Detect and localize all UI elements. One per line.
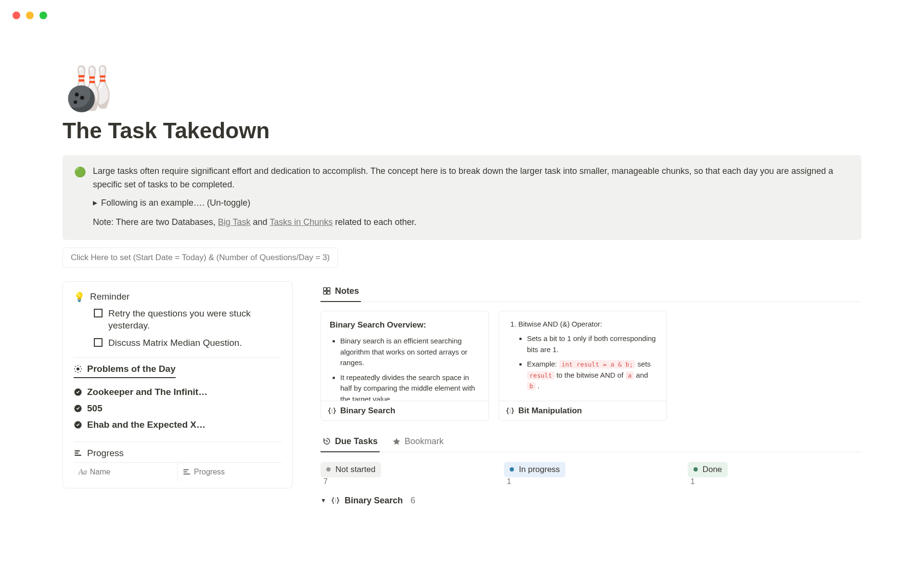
- fullscreen-window-icon[interactable]: [39, 12, 47, 19]
- reminder-item[interactable]: Discuss Matrix Median Question.: [94, 337, 282, 349]
- problems-of-day-heading[interactable]: Problems of the Day: [74, 364, 176, 378]
- history-icon: [322, 437, 331, 446]
- note-card-title: Binary Search Overview:: [330, 319, 480, 331]
- link-tasks-in-chunks[interactable]: Tasks in Chunks: [270, 217, 333, 227]
- tab-bookmark[interactable]: Bookmark: [390, 432, 446, 451]
- tab-notes-label: Notes: [335, 286, 359, 296]
- problem-item[interactable]: 505: [74, 400, 282, 417]
- kanban-col-done[interactable]: Done 1: [688, 462, 861, 486]
- close-window-icon[interactable]: [13, 12, 20, 19]
- reminder-title-text: Reminder: [90, 291, 129, 302]
- problem-name: Zookeeper and The Infinit…: [87, 387, 207, 397]
- tab-due-tasks[interactable]: Due Tasks: [321, 432, 380, 452]
- bullet-mid: sets: [635, 360, 651, 368]
- tab-bookmark-label: Bookmark: [405, 436, 444, 447]
- svg-point-22: [510, 410, 511, 411]
- th-name[interactable]: Aa Name: [74, 463, 178, 481]
- tab-notes[interactable]: Notes: [321, 281, 361, 302]
- svg-line-8: [80, 367, 81, 368]
- problems-title-text: Problems of the Day: [87, 364, 176, 374]
- window-traffic-lights: [13, 12, 47, 19]
- callout-toggle[interactable]: ▶ Following is an example…. (Un-toggle): [93, 197, 850, 210]
- note-prefix: Note: There are two Databases,: [93, 217, 218, 227]
- note-bullet: It repeatedly divides the search space i…: [340, 372, 480, 401]
- svg-line-3: [75, 367, 76, 368]
- inline-code: a: [626, 371, 634, 380]
- note-suffix: related to each other.: [333, 217, 416, 227]
- svg-rect-11: [75, 455, 81, 456]
- svg-point-27: [335, 501, 336, 502]
- kanban-board: Not started 7 In progress 1 Done: [321, 462, 861, 486]
- note-card-footer: Binary Search: [321, 401, 488, 420]
- inline-code: b: [527, 382, 536, 390]
- inline-code: result: [527, 371, 554, 380]
- set-start-date-button[interactable]: Click Here to set (Start Date = Today) &…: [63, 248, 338, 268]
- note-card-binary-search[interactable]: Binary Search Overview: Binary search is…: [321, 311, 489, 421]
- kanban-col-in-progress[interactable]: In progress 1: [504, 462, 678, 486]
- svg-point-0: [77, 368, 79, 370]
- verified-badge-icon: [74, 404, 82, 413]
- bullet-suffix: .: [536, 381, 539, 390]
- note-footer-label: Bit Manipulation: [518, 406, 582, 416]
- svg-rect-10: [75, 453, 78, 454]
- bullet-mid: to the bitwise AND of: [554, 371, 626, 379]
- callout-note[interactable]: Note: There are two Databases, Big Task …: [93, 216, 850, 229]
- progress-table: Aa Name Progress: [74, 462, 282, 481]
- progress-title-text: Progress: [87, 448, 124, 459]
- svg-rect-14: [183, 473, 190, 474]
- kanban-count: 1: [691, 477, 695, 486]
- svg-rect-16: [327, 288, 330, 290]
- tasks-tabs: Due Tasks Bookmark: [321, 432, 861, 452]
- bulb-icon: 💡: [74, 291, 85, 302]
- progress-heading[interactable]: Progress: [74, 448, 124, 459]
- page-icon-bowling[interactable]: 🎳: [63, 67, 116, 110]
- svg-line-4: [80, 371, 81, 372]
- minimize-window-icon[interactable]: [26, 12, 34, 19]
- verified-badge-icon: [74, 388, 82, 396]
- group-binary-search[interactable]: ▼ Binary Search 6: [321, 496, 861, 506]
- kanban-label: Not started: [335, 465, 375, 474]
- caret-down-icon: ▼: [321, 497, 326, 504]
- reminder-item[interactable]: Retry the questions you were stuck yeste…: [94, 307, 282, 332]
- th-progress-label: Progress: [194, 468, 225, 476]
- sun-icon: [74, 365, 82, 373]
- callout-text[interactable]: Large tasks often require significant ef…: [93, 165, 850, 192]
- svg-line-7: [75, 371, 76, 372]
- group-count: 6: [411, 496, 415, 506]
- kanban-count: 7: [323, 477, 328, 486]
- svg-rect-13: [183, 472, 187, 473]
- gallery-icon: [322, 287, 331, 295]
- bars-icon: [182, 468, 191, 476]
- note-card-footer: Bit Manipulation: [499, 401, 667, 420]
- note-card-bit-manipulation[interactable]: Bitwise AND (&) Operator: Sets a bit to …: [499, 311, 667, 421]
- bullet-mid: and: [634, 371, 648, 379]
- checkbox-icon[interactable]: [94, 338, 103, 347]
- svg-point-20: [332, 409, 333, 410]
- status-dot-icon: [693, 467, 698, 472]
- braces-icon: [331, 496, 340, 505]
- reminder-heading[interactable]: 💡 Reminder: [74, 291, 282, 302]
- notes-tabs: Notes: [321, 281, 861, 302]
- status-dot-icon: [510, 467, 514, 472]
- kanban-label: Done: [703, 465, 722, 474]
- th-name-label: Name: [90, 468, 111, 476]
- page-title[interactable]: The Task Takedown: [63, 118, 861, 144]
- svg-rect-17: [323, 291, 326, 294]
- note-bullet: Example: int result = a & b; sets result…: [527, 359, 658, 392]
- inline-code: int result = a & b;: [559, 360, 636, 368]
- toggle-caret-right-icon: ▶: [93, 198, 97, 208]
- problem-name: Ehab and the Expected X…: [87, 420, 205, 430]
- kanban-col-not-started[interactable]: Not started 7: [321, 462, 494, 486]
- problem-item[interactable]: Ehab and the Expected X…: [74, 417, 282, 433]
- th-progress[interactable]: Progress: [178, 463, 282, 481]
- svg-point-25: [335, 500, 336, 501]
- svg-rect-12: [183, 469, 189, 470]
- note-ol-label: Bitwise AND (&) Operator:: [518, 319, 658, 330]
- tab-due-label: Due Tasks: [335, 436, 378, 447]
- svg-point-26: [335, 499, 336, 499]
- braces-icon: [328, 407, 336, 415]
- checkbox-icon[interactable]: [94, 309, 103, 317]
- link-big-task[interactable]: Big Task: [218, 217, 251, 227]
- note-mid: and: [251, 217, 270, 227]
- problem-item[interactable]: Zookeeper and The Infinit…: [74, 384, 282, 400]
